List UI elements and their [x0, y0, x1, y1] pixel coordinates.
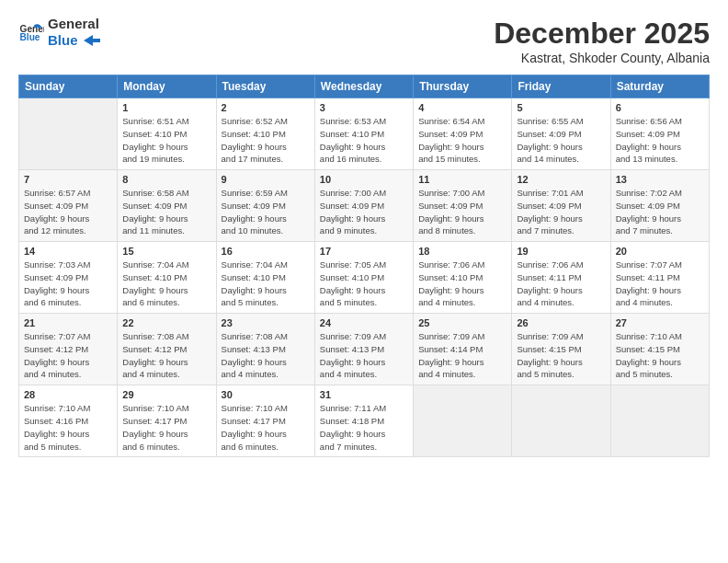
day-info: Sunrise: 7:02 AMSunset: 4:09 PMDaylight:… [616, 187, 704, 237]
calendar-cell: 2Sunrise: 6:52 AMSunset: 4:10 PMDaylight… [216, 98, 314, 170]
day-info: Sunrise: 6:58 AMSunset: 4:09 PMDaylight:… [122, 187, 210, 237]
day-info: Sunrise: 7:10 AMSunset: 4:15 PMDaylight:… [616, 330, 704, 381]
logo-general: General [48, 17, 99, 32]
calendar-week-row: 1Sunrise: 6:51 AMSunset: 4:10 PMDaylight… [19, 98, 710, 170]
calendar-cell: 26Sunrise: 7:09 AMSunset: 4:15 PMDayligh… [512, 314, 610, 385]
calendar-week-row: 7Sunrise: 6:57 AMSunset: 4:09 PMDaylight… [19, 170, 710, 242]
calendar-cell: 3Sunrise: 6:53 AMSunset: 4:10 PMDaylight… [314, 98, 413, 170]
day-number: 17 [320, 246, 408, 257]
calendar-body: 1Sunrise: 6:51 AMSunset: 4:10 PMDaylight… [19, 98, 710, 457]
header: General Blue General Blue December 2025 … [18, 17, 710, 65]
day-number: 16 [222, 246, 310, 257]
calendar-cell: 27Sunrise: 7:10 AMSunset: 4:15 PMDayligh… [610, 314, 709, 385]
day-number: 13 [616, 174, 704, 185]
calendar-cell: 18Sunrise: 7:06 AMSunset: 4:10 PMDayligh… [414, 242, 512, 314]
logo-arrow-icon [84, 35, 100, 46]
calendar-header-row: SundayMondayTuesdayWednesdayThursdayFrid… [19, 75, 710, 98]
calendar-week-row: 14Sunrise: 7:03 AMSunset: 4:09 PMDayligh… [19, 242, 710, 314]
day-number: 6 [616, 102, 704, 113]
day-info: Sunrise: 7:03 AMSunset: 4:09 PMDaylight:… [24, 259, 112, 309]
day-info: Sunrise: 7:10 AMSunset: 4:17 PMDaylight:… [122, 402, 210, 453]
day-number: 11 [418, 174, 506, 185]
day-info: Sunrise: 7:08 AMSunset: 4:13 PMDaylight:… [222, 330, 310, 381]
calendar-cell: 14Sunrise: 7:03 AMSunset: 4:09 PMDayligh… [19, 242, 118, 314]
day-number: 9 [222, 174, 310, 185]
day-info: Sunrise: 7:11 AMSunset: 4:18 PMDaylight:… [320, 402, 408, 453]
calendar-table: SundayMondayTuesdayWednesdayThursdayFrid… [18, 75, 710, 457]
day-number: 3 [320, 102, 408, 113]
day-info: Sunrise: 7:09 AMSunset: 4:14 PMDaylight:… [418, 330, 506, 381]
day-number: 26 [517, 317, 605, 328]
day-info: Sunrise: 7:01 AMSunset: 4:09 PMDaylight:… [517, 187, 605, 237]
day-info: Sunrise: 7:00 AMSunset: 4:09 PMDaylight:… [418, 187, 506, 237]
month-title: December 2025 [494, 17, 710, 51]
calendar-cell: 20Sunrise: 7:07 AMSunset: 4:11 PMDayligh… [610, 242, 709, 314]
weekday-header: Friday [512, 75, 610, 98]
calendar-cell: 11Sunrise: 7:00 AMSunset: 4:09 PMDayligh… [414, 170, 512, 242]
weekday-header: Monday [118, 75, 216, 98]
day-number: 21 [24, 317, 112, 328]
day-number: 22 [122, 317, 210, 328]
logo-icon: General Blue [18, 19, 44, 45]
calendar-cell: 23Sunrise: 7:08 AMSunset: 4:13 PMDayligh… [216, 314, 314, 385]
weekday-header: Tuesday [216, 75, 314, 98]
day-number: 20 [616, 246, 704, 257]
day-number: 7 [24, 174, 112, 185]
logo: General Blue General Blue [18, 17, 100, 49]
day-number: 30 [222, 389, 310, 400]
calendar-cell: 9Sunrise: 6:59 AMSunset: 4:09 PMDaylight… [216, 170, 314, 242]
day-info: Sunrise: 6:51 AMSunset: 4:10 PMDaylight:… [122, 115, 210, 166]
day-info: Sunrise: 7:05 AMSunset: 4:10 PMDaylight:… [320, 259, 408, 309]
calendar-cell: 1Sunrise: 6:51 AMSunset: 4:10 PMDaylight… [118, 98, 216, 170]
calendar-cell [19, 98, 118, 170]
day-number: 12 [517, 174, 605, 185]
calendar-cell: 25Sunrise: 7:09 AMSunset: 4:14 PMDayligh… [414, 314, 512, 385]
day-number: 19 [517, 246, 605, 257]
day-number: 28 [24, 389, 112, 400]
day-info: Sunrise: 7:07 AMSunset: 4:11 PMDaylight:… [616, 259, 704, 309]
day-number: 5 [517, 102, 605, 113]
day-number: 29 [122, 389, 210, 400]
day-number: 14 [24, 246, 112, 257]
calendar-cell: 30Sunrise: 7:10 AMSunset: 4:17 PMDayligh… [216, 385, 314, 457]
calendar-cell: 28Sunrise: 7:10 AMSunset: 4:16 PMDayligh… [19, 385, 118, 457]
page: General Blue General Blue December 2025 … [0, 0, 728, 563]
calendar-cell: 19Sunrise: 7:06 AMSunset: 4:11 PMDayligh… [512, 242, 610, 314]
calendar-cell: 21Sunrise: 7:07 AMSunset: 4:12 PMDayligh… [19, 314, 118, 385]
day-info: Sunrise: 7:04 AMSunset: 4:10 PMDaylight:… [222, 259, 310, 309]
day-number: 27 [616, 317, 704, 328]
weekday-header: Saturday [610, 75, 709, 98]
day-info: Sunrise: 7:06 AMSunset: 4:10 PMDaylight:… [418, 259, 506, 309]
day-info: Sunrise: 6:57 AMSunset: 4:09 PMDaylight:… [24, 187, 112, 237]
day-number: 24 [320, 317, 408, 328]
calendar-cell: 4Sunrise: 6:54 AMSunset: 4:09 PMDaylight… [414, 98, 512, 170]
day-info: Sunrise: 6:56 AMSunset: 4:09 PMDaylight:… [616, 115, 704, 166]
logo-blue: Blue [48, 32, 78, 48]
day-info: Sunrise: 7:10 AMSunset: 4:17 PMDaylight:… [222, 402, 310, 453]
day-number: 23 [222, 317, 310, 328]
day-info: Sunrise: 6:55 AMSunset: 4:09 PMDaylight:… [517, 115, 605, 166]
day-number: 2 [222, 102, 310, 113]
calendar-cell [610, 385, 709, 457]
day-info: Sunrise: 7:09 AMSunset: 4:15 PMDaylight:… [517, 330, 605, 381]
day-number: 4 [418, 102, 506, 113]
day-info: Sunrise: 6:54 AMSunset: 4:09 PMDaylight:… [418, 115, 506, 166]
day-number: 1 [122, 102, 210, 113]
calendar-cell: 31Sunrise: 7:11 AMSunset: 4:18 PMDayligh… [314, 385, 413, 457]
day-info: Sunrise: 6:53 AMSunset: 4:10 PMDaylight:… [320, 115, 408, 166]
weekday-header: Sunday [19, 75, 118, 98]
day-info: Sunrise: 7:08 AMSunset: 4:12 PMDaylight:… [122, 330, 210, 381]
day-info: Sunrise: 6:59 AMSunset: 4:09 PMDaylight:… [222, 187, 310, 237]
day-info: Sunrise: 7:07 AMSunset: 4:12 PMDaylight:… [24, 330, 112, 381]
location-subtitle: Kastrat, Shkoder County, Albania [494, 51, 710, 65]
calendar-cell: 22Sunrise: 7:08 AMSunset: 4:12 PMDayligh… [118, 314, 216, 385]
day-info: Sunrise: 6:52 AMSunset: 4:10 PMDaylight:… [222, 115, 310, 166]
calendar-cell [414, 385, 512, 457]
calendar-cell: 29Sunrise: 7:10 AMSunset: 4:17 PMDayligh… [118, 385, 216, 457]
calendar-cell: 7Sunrise: 6:57 AMSunset: 4:09 PMDaylight… [19, 170, 118, 242]
svg-marker-2 [84, 35, 100, 46]
day-number: 10 [320, 174, 408, 185]
day-info: Sunrise: 7:04 AMSunset: 4:10 PMDaylight:… [122, 259, 210, 309]
calendar-cell: 12Sunrise: 7:01 AMSunset: 4:09 PMDayligh… [512, 170, 610, 242]
calendar-cell: 6Sunrise: 6:56 AMSunset: 4:09 PMDaylight… [610, 98, 709, 170]
